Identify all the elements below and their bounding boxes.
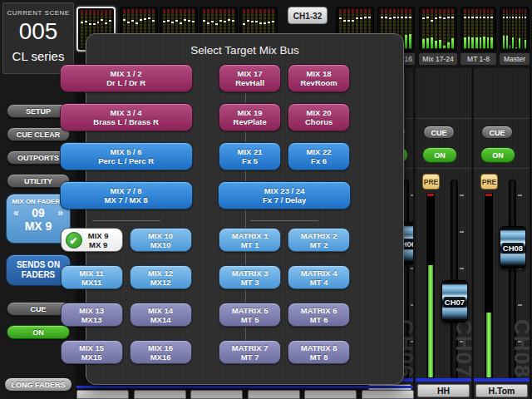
meter-dash (171, 22, 174, 23)
mix-bus-mix-13-button[interactable]: MIX 13MX13 (61, 303, 123, 327)
mix-bus-mix-16-button[interactable]: MIX 16MX16 (130, 340, 192, 364)
mix-bus-matrix-6-button[interactable]: MATRIX 6MT 6 (288, 303, 350, 327)
meter-dash (525, 17, 526, 18)
mix-bus-matrix-4-button[interactable]: MATRIX 4MT 4 (288, 265, 350, 289)
hidden-channel-label[interactable] (134, 390, 186, 399)
mix-bus-mix-7-8-button[interactable]: MIX 7 / 8MX 7 / MX 8 (60, 181, 193, 209)
sidebar-on-button[interactable]: ON (7, 325, 70, 339)
hidden-channel-label[interactable] (362, 390, 414, 399)
on-button[interactable]: ON (422, 147, 457, 163)
dialog-section-divider (92, 220, 160, 221)
mix-bus-mix-18-button[interactable]: MIX 18RevRoom (288, 64, 350, 92)
on-button[interactable]: ON (480, 147, 515, 163)
mix-bus-mix-12-button[interactable]: MIX 12MX12 (130, 265, 192, 289)
meter-dash (228, 19, 230, 21)
button-line2: MX 7 / MX 8 (61, 195, 192, 204)
meter-dash (268, 22, 270, 23)
mix-bus-mix-9-button[interactable]: ✔MIX 9MX 9 (61, 228, 123, 252)
meter-red-cap (435, 9, 437, 13)
button-line1: MIX 19 (219, 108, 280, 117)
meter-red-cap (144, 9, 146, 13)
meter-red-cap (109, 10, 111, 14)
meter-red-cap (389, 9, 392, 13)
mix-bus-matrix-1-button[interactable]: MATRIX 1MT 1 (219, 228, 281, 252)
pre-indicator[interactable]: PRE (422, 174, 440, 190)
hidden-channel-label[interactable] (190, 390, 243, 399)
meter-red-cap (127, 9, 130, 13)
meter-column (503, 9, 505, 49)
meter-dash (409, 17, 411, 18)
meter-block[interactable] (419, 7, 457, 52)
mix-bus-mix-19-button[interactable]: MIX 19RevPlate (219, 103, 281, 131)
meter-dash (512, 17, 514, 18)
meter-dash (144, 18, 146, 20)
meter-red-cap (431, 9, 433, 13)
strip-divider (416, 118, 471, 119)
meter-red-cap (339, 9, 342, 13)
fader-knob[interactable]: CH07 (441, 280, 468, 323)
meter-dash (105, 22, 107, 24)
pre-indicator[interactable]: PRE (480, 174, 498, 190)
cue-button[interactable]: CUE (481, 126, 513, 139)
mix-bus-mix-1-2-button[interactable]: MIX 1 / 2Dr L / Dr R (60, 64, 193, 92)
button-line2: MX11 (62, 278, 122, 287)
dialog-button-row: ✔MIX 9MX 9MIX 10MX10 (61, 228, 192, 252)
mix-bus-mix-17-button[interactable]: MIX 17RevHall (219, 64, 281, 92)
meter-red-cap (135, 9, 138, 13)
meter-dash (352, 20, 354, 22)
meter-dash (259, 22, 262, 24)
mix-bus-mix-21-button[interactable]: MIX 21Fx 5 (219, 142, 281, 170)
meter-dash (343, 20, 346, 22)
button-line1: MIX 10 (131, 231, 191, 240)
mix-bus-matrix-8-button[interactable]: MATRIX 8MT 8 (288, 340, 350, 364)
channel-name-label[interactable]: H.Tom (475, 384, 528, 397)
hidden-channel-label[interactable] (76, 390, 129, 399)
channel-bank-button[interactable]: CH1-32 (288, 7, 328, 24)
button-line2: MX14 (131, 315, 191, 324)
button-line1: MIX 15 (62, 343, 122, 352)
meter-column (81, 10, 83, 48)
button-line2: MT 8 (288, 352, 349, 362)
mix-bus-mix-20-button[interactable]: MIX 20Chorus (288, 103, 350, 131)
mix-bus-matrix-5-button[interactable]: MATRIX 5MT 5 (219, 303, 281, 327)
mix-bus-matrix-3-button[interactable]: MATRIX 3MT 3 (219, 265, 281, 289)
meter-dash (431, 20, 433, 22)
mix-bus-mix-3-4-button[interactable]: MIX 3 / 4Brass L / Brass R (60, 103, 193, 131)
hidden-channel-label[interactable] (248, 390, 300, 399)
meter-green-bar (435, 41, 437, 48)
meter-green-bar (525, 40, 526, 48)
meter-block[interactable] (500, 7, 530, 52)
meter-dash (123, 19, 126, 21)
channel-name-label[interactable]: HH (417, 384, 470, 397)
meter-dash (360, 17, 362, 19)
mix-bus-mix-23-24-button[interactable]: MIX 23 / 24Fx 7 / Delay (218, 181, 351, 209)
meter-dash (215, 23, 218, 25)
hidden-channel-label[interactable] (304, 390, 357, 399)
mix-bus-matrix-7-button[interactable]: MATRIX 7MT 7 (219, 340, 281, 364)
meter-columns (421, 9, 455, 49)
mix-bus-mix-15-button[interactable]: MIX 15MX15 (61, 340, 123, 364)
scene-panel: CURRENT SCENE 005 CL series (2, 2, 74, 74)
meter-dash (439, 17, 441, 18)
meter-red-cap (397, 9, 400, 13)
meter-dash (135, 22, 138, 24)
mix-bus-mix-5-6-button[interactable]: MIX 5 / 6Perc L / Perc R (60, 142, 193, 170)
mix-bus-mix-22-button[interactable]: MIX 22Fx 6 (288, 142, 350, 170)
prev-mix-icon[interactable]: « (13, 207, 19, 219)
mix-bus-mix-14-button[interactable]: MIX 14MX14 (130, 303, 192, 327)
button-line2: MT 6 (288, 315, 349, 324)
meter-column (519, 9, 520, 49)
meter-red-cap (211, 9, 214, 13)
meter-red-cap (192, 9, 195, 13)
fader-knob[interactable]: CH08 (500, 226, 526, 268)
cue-clear-button[interactable]: CUE CLEAR (7, 127, 70, 141)
mix-bus-mix-10-button[interactable]: MIX 10MX10 (130, 228, 192, 252)
meter-dash (89, 23, 91, 25)
mix-bus-mix-11-button[interactable]: MIX 11MX11 (61, 265, 123, 289)
next-mix-icon[interactable]: » (57, 207, 63, 219)
long-faders-button[interactable]: LONG FADERS (4, 377, 72, 392)
mix-bus-matrix-2-button[interactable]: MATRIX 2MT 2 (288, 228, 350, 252)
cue-button[interactable]: CUE (423, 126, 455, 139)
button-line1: MIX 7 / 8 (61, 186, 192, 195)
meter-block[interactable] (461, 7, 496, 52)
